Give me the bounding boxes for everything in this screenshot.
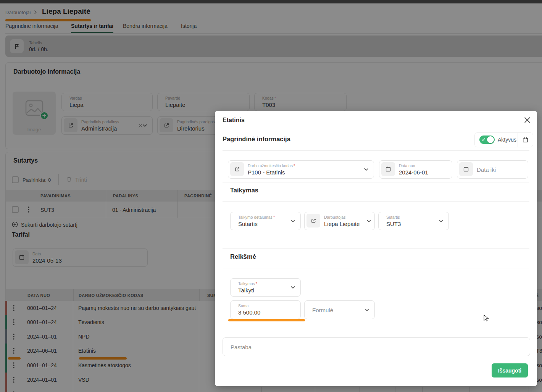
reiksme-section-title: Reikšmė (230, 253, 256, 260)
kodas-label: Darbo užmokesčio kodas* (248, 163, 295, 168)
modal-section-pagrindine: Pagrindinė informacija (223, 136, 290, 143)
pastaba-field[interactable]: Pastaba (223, 337, 530, 356)
taikymo-detalumas-label: Taikymo detalumas* (238, 215, 275, 219)
formule-field[interactable]: Formulė (304, 300, 375, 319)
chevron-down-icon[interactable] (439, 219, 444, 224)
formule-placeholder: Formulė (312, 307, 333, 313)
external-link-icon[interactable] (230, 162, 244, 176)
calendar-icon[interactable] (381, 162, 395, 176)
save-button[interactable]: Išsaugoti (492, 363, 528, 377)
close-icon[interactable] (524, 116, 531, 124)
chevron-down-icon[interactable] (290, 219, 295, 224)
toggle-knob (487, 136, 494, 143)
external-link-icon[interactable] (306, 214, 320, 227)
data-iki-placeholder: Data iki (477, 166, 496, 173)
suma-label: Suma (238, 303, 248, 308)
kodas-value: P100 - Etatinis (248, 169, 285, 176)
active-toggle-label: Aktyvus (498, 137, 516, 143)
pastaba-placeholder: Pastaba (231, 344, 252, 350)
taikymo-detalumas-value: Sutartis (238, 221, 258, 227)
data-nuo-field[interactable]: Data nuo 2024-06-01 (379, 160, 452, 179)
chevron-down-icon[interactable] (290, 285, 295, 290)
data-iki-field[interactable]: Data iki (457, 160, 528, 179)
suma-field[interactable]: Suma 3 500.00 (230, 300, 301, 319)
darbo-uzmokescio-kodas-field[interactable]: Darbo užmokesčio kodas* P100 - Etatinis (228, 160, 374, 179)
darbuotojas-field[interactable]: Darbuotojas Liepa Liepaitė (304, 212, 375, 230)
mouse-cursor (483, 315, 490, 322)
suma-accent-underline (228, 319, 305, 321)
chevron-down-icon[interactable] (366, 219, 371, 224)
sutartis-label: Sutartis (386, 215, 400, 219)
data-nuo-label: Data nuo (399, 163, 415, 168)
chevron-down-icon[interactable] (365, 307, 369, 312)
etatinis-modal: Etatinis Pagrindinė informacija Aktyvus … (215, 111, 537, 386)
app-root: { "colors":{"accent_orange":"#F7941E","g… (0, 0, 542, 392)
darbuotojas-label: Darbuotojas (324, 215, 346, 219)
check-icon (481, 137, 486, 142)
taikymas-field[interactable]: Taikymas* Taikyti (230, 278, 301, 297)
calendar-icon[interactable] (522, 137, 529, 143)
taikymo-detalumas-field[interactable]: Taikymo detalumas* Sutartis (230, 212, 301, 230)
sutartis-field[interactable]: Sutartis SUT3 (378, 212, 449, 230)
suma-value: 3 500.00 (238, 309, 260, 316)
taikymas-value: Taikyti (238, 287, 254, 294)
calendar-icon[interactable] (459, 162, 473, 176)
taikymas-label: Taikymas* (238, 281, 257, 286)
data-nuo-value: 2024-06-01 (399, 169, 428, 176)
active-toggle[interactable] (479, 136, 495, 144)
active-toggle-group: Aktyvus (474, 132, 533, 147)
sutartis-value: SUT3 (386, 221, 401, 227)
taikymas-section-title: Taikymas (230, 187, 258, 194)
modal-title: Etatinis (223, 117, 245, 124)
chevron-down-icon[interactable] (364, 167, 369, 172)
darbuotojas-value: Liepa Liepaitė (324, 221, 360, 227)
